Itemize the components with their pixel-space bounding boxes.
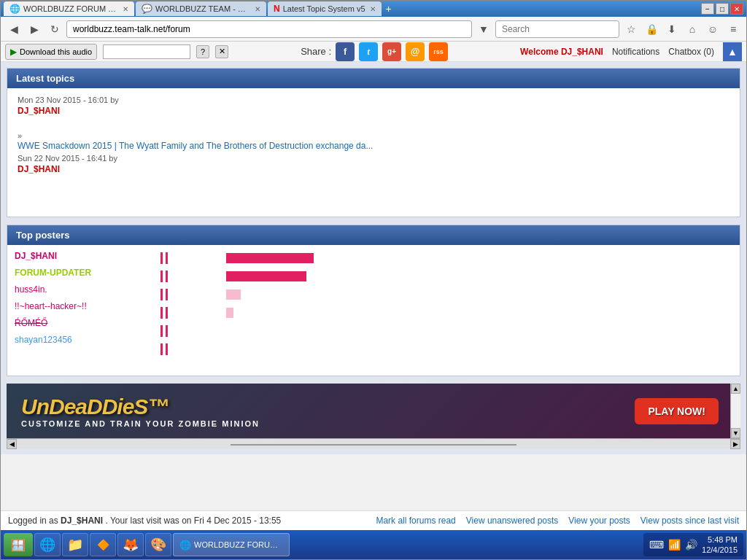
h-scroll-thumb[interactable]: [231, 444, 516, 446]
tab2-favicon: 💬: [142, 4, 152, 14]
topic-meta-1: Mon 23 Nov 2015 - 16:01 by: [18, 96, 729, 104]
ad-banner[interactable]: UnDeaDDieS™ CUSTOMIZE AND TRAIN YOUR ZOM…: [7, 384, 740, 438]
poster-name-3[interactable]: huss4in.: [15, 284, 160, 295]
audio-close-button[interactable]: ✕: [215, 45, 228, 58]
tab3-close[interactable]: ✕: [370, 5, 376, 13]
topic-item-2: » WWE Smackdown 2015 | The Wyatt Family …: [18, 131, 729, 174]
title-bar: 🌐 WORLDBUZZ FORUM 2015 ✕ 💬 WORLDBUZZ TEA…: [1, 1, 746, 17]
taskbar-ie-icon[interactable]: 🌐: [34, 533, 61, 556]
taskbar-firefox-icon[interactable]: 🦊: [117, 533, 144, 556]
audio-help-button[interactable]: ?: [196, 45, 209, 58]
rss-share-button[interactable]: rss: [429, 42, 448, 61]
search-input[interactable]: [495, 20, 619, 38]
tray-keyboard-icon[interactable]: ⌨: [649, 539, 664, 551]
lock-icon[interactable]: 🔒: [643, 20, 660, 38]
bookmark-icon[interactable]: ☆: [622, 20, 640, 38]
home-icon[interactable]: ⌂: [684, 20, 701, 38]
footer: Logged in as DJ_$HANI . Your last visit …: [1, 510, 746, 530]
taskbar-browser-icon: 🌐: [179, 540, 191, 551]
chatbox-link[interactable]: Chatbox (0): [668, 47, 714, 57]
bar-marker-2: [166, 271, 168, 282]
h-scroll-left[interactable]: ◀: [7, 439, 17, 449]
tray-volume-icon[interactable]: 🔊: [685, 539, 697, 551]
ad-scroll-up[interactable]: ▲: [731, 384, 740, 394]
poster-name-5[interactable]: ŔŐМÉŐ: [15, 318, 160, 328]
tab-latest-topic[interactable]: N Latest Topic System v5 ✕: [268, 1, 382, 16]
poster-bar-row-2: [160, 271, 732, 282]
ad-title: UnDeaDDieS™: [21, 394, 260, 419]
topic-date-2: Sun 22 Nov 2015 - 16:41 by: [18, 154, 117, 163]
poster-name-6[interactable]: shayan123456: [15, 335, 160, 345]
ad-scroll-down[interactable]: ▼: [731, 428, 740, 438]
address-bar[interactable]: [66, 20, 472, 38]
topic-item-1: Mon 23 Nov 2015 - 16:01 by DJ_$HANI: [18, 96, 729, 116]
topic-author-1[interactable]: DJ_$HANI: [18, 106, 60, 116]
maximize-button[interactable]: □: [716, 3, 729, 15]
top-posters-header: Top posters: [7, 225, 740, 245]
windows-logo: 🪟: [11, 538, 26, 552]
poster-bar-row-1: [160, 252, 732, 264]
posts-since-last-link[interactable]: View posts since last visit: [640, 516, 739, 526]
poster-name-2[interactable]: FORUM-UPDATER: [15, 268, 160, 278]
play-icon: ▶: [10, 47, 17, 57]
notifications-link[interactable]: Notifications: [612, 47, 659, 57]
poster-bar-row-3: [160, 289, 732, 300]
facebook-share-button[interactable]: f: [336, 42, 355, 61]
footer-left: Logged in as DJ_$HANI . Your last visit …: [8, 516, 281, 526]
h-scroll-right[interactable]: ▶: [730, 439, 740, 449]
poster-name-1[interactable]: DJ_$HANI: [15, 251, 160, 261]
tray-network-icon[interactable]: 📶: [668, 539, 681, 551]
top-posters-body: DJ_$HANI FORUM-UPDATER huss4in. !!~heart…: [7, 245, 740, 361]
scroll-top-button[interactable]: ▲: [723, 42, 742, 61]
tab-worldbuzz-team[interactable]: 💬 WORLDBUZZ TEAM - Welc... ✕: [136, 1, 266, 16]
bar-dot-3: [160, 289, 163, 300]
latest-topics-header: Latest topics: [7, 69, 740, 88]
tab1-close[interactable]: ✕: [123, 5, 128, 13]
unanswered-posts-link[interactable]: View unanswered posts: [466, 516, 559, 526]
topic-author-2[interactable]: DJ_$HANI: [18, 164, 60, 174]
main-scrollable[interactable]: Latest topics Mon 23 Nov 2015 - 16:01 by…: [1, 62, 746, 510]
taskbar-browser-window[interactable]: 🌐 WORLDBUZZ FORUM 2015: [173, 533, 290, 556]
bar-dot-6: [160, 343, 163, 355]
email-share-button[interactable]: @: [406, 42, 425, 61]
window-controls: − □ ✕: [701, 3, 743, 15]
your-posts-link[interactable]: View your posts: [568, 516, 630, 526]
tab3-label: Latest Topic System v5: [283, 4, 365, 13]
ad-scroll: ▲ ▼: [730, 384, 740, 438]
tab2-close[interactable]: ✕: [255, 5, 260, 13]
latest-topics-body: Mon 23 Nov 2015 - 16:01 by DJ_$HANI »: [7, 88, 740, 217]
poster-bar-4: [226, 308, 233, 318]
share-label: Share :: [301, 46, 331, 57]
start-button[interactable]: 🪟: [4, 533, 33, 556]
download-audio-button[interactable]: ▶ Download this audio: [5, 44, 97, 60]
taskbar-tray: ⌨ 📶 🔊 5:48 PM 12/4/2015: [643, 533, 743, 556]
menu-icon[interactable]: ≡: [724, 20, 742, 38]
mark-forums-read-link[interactable]: Mark all forums read: [376, 516, 455, 526]
twitter-share-button[interactable]: t: [359, 42, 378, 61]
tab2-label: WORLDBUZZ TEAM - Welc...: [155, 4, 250, 13]
emoji-icon[interactable]: ☺: [704, 20, 721, 38]
taskbar-folder-icon[interactable]: 📁: [62, 533, 88, 556]
poster-bar-row-5: [160, 325, 732, 337]
googleplus-share-button[interactable]: g+: [382, 42, 401, 61]
bar-dot-2: [160, 271, 163, 282]
forward-button[interactable]: ▶: [26, 20, 43, 38]
logged-as-label: Logged in as: [8, 516, 58, 526]
topic-link-2[interactable]: WWE Smackdown 2015 | The Wyatt Family an…: [18, 141, 373, 151]
audio-url-input[interactable]: [103, 44, 190, 59]
taskbar-vlc-icon[interactable]: 🔶: [90, 533, 116, 556]
new-tab-button[interactable]: +: [383, 1, 395, 16]
minimize-button[interactable]: −: [701, 3, 714, 15]
poster-bars-area: [160, 251, 732, 355]
tray-clock[interactable]: 5:48 PM 12/4/2015: [702, 534, 738, 556]
back-button[interactable]: ◀: [5, 20, 23, 38]
tab-worldbuzz-forum[interactable]: 🌐 WORLDBUZZ FORUM 2015 ✕: [4, 1, 134, 16]
ad-subtitle: CUSTOMIZE AND TRAIN YOUR ZOMBIE MINION: [21, 419, 260, 428]
download-icon[interactable]: ⬇: [663, 20, 681, 38]
poster-name-4[interactable]: !!~heart--hacker~!!: [15, 301, 160, 311]
ad-play-button[interactable]: PLAY NOW!: [635, 398, 719, 424]
refresh-button[interactable]: ↻: [46, 20, 63, 38]
taskbar-paint-icon[interactable]: 🎨: [145, 533, 171, 556]
close-button[interactable]: ✕: [730, 3, 743, 15]
dropdown-button[interactable]: ▼: [475, 20, 492, 38]
